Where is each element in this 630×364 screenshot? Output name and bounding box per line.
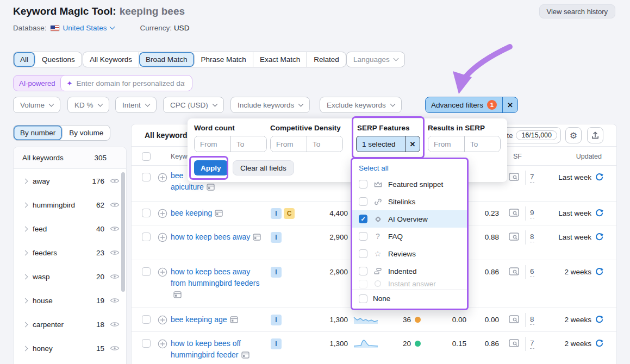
intent-informational-badge[interactable]: I bbox=[271, 208, 282, 219]
serp-feature-option-reviews[interactable]: ☆ Reviews bbox=[352, 245, 467, 262]
keyword-link[interactable]: how to keep bees off hummingbird feeder bbox=[171, 338, 264, 361]
sidebar-item-carpenter[interactable]: carpenter 18 bbox=[14, 312, 126, 336]
competitive-density-to-input[interactable] bbox=[307, 136, 342, 152]
serp-feature-option-ai-overview[interactable]: AI Overview bbox=[352, 210, 467, 228]
database-selector[interactable]: United States bbox=[63, 24, 114, 32]
tab-broad-match[interactable]: Broad Match bbox=[139, 52, 195, 67]
sidebar-item-away[interactable]: away 176 bbox=[14, 169, 126, 193]
add-keyword-icon[interactable] bbox=[158, 209, 167, 218]
option-checkbox[interactable] bbox=[359, 249, 367, 258]
sidebar-item-wasp[interactable]: wasp 20 bbox=[14, 265, 126, 288]
languages-dropdown[interactable]: Languages bbox=[346, 52, 405, 67]
serp-card-icon[interactable] bbox=[253, 234, 261, 241]
serp-card-icon[interactable] bbox=[230, 316, 238, 323]
keyword-link[interactable]: bee keeping age bbox=[171, 314, 264, 325]
option-checkbox[interactable] bbox=[359, 294, 367, 303]
eye-icon[interactable] bbox=[110, 178, 120, 184]
refresh-icon[interactable] bbox=[595, 209, 603, 217]
competitive-density-from-input[interactable] bbox=[271, 136, 307, 152]
domain-input[interactable] bbox=[76, 79, 185, 87]
chevron-right-icon[interactable] bbox=[23, 250, 28, 255]
select-all-checkbox[interactable] bbox=[142, 152, 151, 161]
sf-link[interactable]: 7 bbox=[530, 339, 534, 349]
serp-card-icon[interactable] bbox=[241, 352, 249, 359]
add-keyword-icon[interactable] bbox=[158, 315, 167, 325]
exclude-keywords-dropdown[interactable]: Exclude keywords bbox=[320, 97, 402, 113]
kd-filter-dropdown[interactable]: KD % bbox=[67, 97, 109, 113]
serp-preview-icon[interactable] bbox=[509, 315, 519, 324]
refresh-icon[interactable] bbox=[595, 173, 603, 181]
refresh-icon[interactable] bbox=[595, 339, 603, 347]
serp-feature-option-indented[interactable]: Indented bbox=[352, 262, 467, 280]
sidebar-item-house[interactable]: house 19 bbox=[14, 288, 126, 312]
tab-phrase-match[interactable]: Phrase Match bbox=[195, 52, 253, 67]
serp-features-clear-icon[interactable]: ✕ bbox=[405, 136, 420, 152]
sidebar-scrollbar[interactable] bbox=[121, 172, 125, 292]
serp-preview-icon[interactable] bbox=[509, 209, 519, 217]
serp-preview-icon[interactable] bbox=[509, 339, 519, 348]
eye-icon[interactable] bbox=[110, 345, 120, 352]
intent-filter-dropdown[interactable]: Intent bbox=[115, 97, 157, 113]
add-keyword-icon[interactable] bbox=[158, 233, 167, 242]
option-checkbox[interactable] bbox=[359, 232, 367, 241]
eye-icon[interactable] bbox=[110, 297, 120, 304]
cpc-filter-dropdown[interactable]: CPC (USD) bbox=[163, 97, 224, 113]
serp-preview-icon[interactable] bbox=[509, 233, 519, 241]
sidebar-item-honey[interactable]: honey 15 bbox=[14, 336, 126, 360]
serp-preview-icon[interactable] bbox=[509, 267, 519, 276]
serp-card-icon[interactable] bbox=[215, 210, 223, 217]
apply-button[interactable]: Apply bbox=[194, 160, 228, 175]
tab-all-keywords[interactable]: All Keywords bbox=[83, 52, 139, 67]
clear-all-fields-button[interactable]: Clear all fields bbox=[233, 160, 294, 175]
row-checkbox[interactable] bbox=[142, 173, 151, 181]
volume-filter-dropdown[interactable]: Volume bbox=[13, 97, 60, 113]
sf-link[interactable]: 6 bbox=[530, 267, 534, 277]
tab-by-volume[interactable]: By volume bbox=[63, 125, 110, 140]
results-in-serp-from-input[interactable] bbox=[428, 136, 464, 152]
keyword-link[interactable]: how to keep bees away from hummingbird f… bbox=[171, 266, 264, 300]
chevron-right-icon[interactable] bbox=[23, 202, 28, 208]
chevron-right-icon[interactable] bbox=[23, 274, 28, 279]
serp-feature-option-instant-answer[interactable]: Instant answer bbox=[352, 280, 467, 290]
sidebar-item-feed[interactable]: feed 40 bbox=[14, 217, 126, 241]
advanced-filters-close-icon[interactable]: ✕ bbox=[502, 97, 517, 112]
intent-informational-badge[interactable]: I bbox=[271, 232, 282, 243]
serp-feature-option-faq[interactable]: ? FAQ bbox=[352, 228, 467, 245]
serp-feature-option-none[interactable]: None bbox=[352, 290, 467, 307]
intent-informational-badge[interactable]: I bbox=[271, 267, 282, 278]
row-checkbox[interactable] bbox=[142, 315, 151, 324]
serp-card-icon[interactable] bbox=[173, 291, 182, 298]
intent-informational-badge[interactable]: I bbox=[271, 338, 282, 349]
add-keyword-icon[interactable] bbox=[158, 267, 167, 277]
advanced-filters-button[interactable]: Advanced filters 1 ✕ bbox=[425, 97, 518, 113]
tab-by-number[interactable]: By number bbox=[14, 125, 63, 140]
row-checkbox[interactable] bbox=[142, 233, 151, 241]
intent-commercial-badge[interactable]: C bbox=[284, 208, 295, 219]
sf-link[interactable]: 8 bbox=[530, 315, 534, 325]
chevron-right-icon[interactable] bbox=[23, 346, 28, 351]
row-checkbox[interactable] bbox=[142, 209, 151, 217]
serp-features-select[interactable]: 1 selected ✕ bbox=[356, 136, 420, 152]
sf-link[interactable]: 7 bbox=[530, 173, 534, 183]
export-button[interactable] bbox=[587, 127, 603, 143]
add-keyword-icon[interactable] bbox=[158, 173, 167, 183]
sf-link[interactable]: 9 bbox=[530, 209, 534, 218]
all-keywords-group-header[interactable]: All keywords 305 bbox=[14, 147, 126, 169]
row-checkbox[interactable] bbox=[142, 339, 151, 348]
eye-icon[interactable] bbox=[110, 202, 120, 208]
refresh-icon[interactable] bbox=[595, 267, 603, 275]
sidebar-item-hummingbird[interactable]: hummingbird 62 bbox=[14, 193, 126, 217]
option-checkbox[interactable] bbox=[359, 197, 367, 206]
serp-feature-option-featured-snippet[interactable]: Featured snippet bbox=[352, 175, 467, 193]
refresh-icon[interactable] bbox=[595, 315, 603, 323]
option-checkbox[interactable] bbox=[359, 180, 367, 189]
eye-icon[interactable] bbox=[110, 249, 120, 256]
tab-questions[interactable]: Questions bbox=[35, 52, 82, 67]
eye-icon[interactable] bbox=[110, 273, 120, 280]
refresh-icon[interactable] bbox=[595, 233, 603, 241]
tab-all[interactable]: All bbox=[14, 52, 35, 67]
column-updated[interactable]: Updated bbox=[576, 153, 602, 160]
eye-icon[interactable] bbox=[110, 321, 120, 328]
serp-preview-icon[interactable] bbox=[509, 173, 519, 181]
chevron-right-icon[interactable] bbox=[23, 226, 28, 231]
